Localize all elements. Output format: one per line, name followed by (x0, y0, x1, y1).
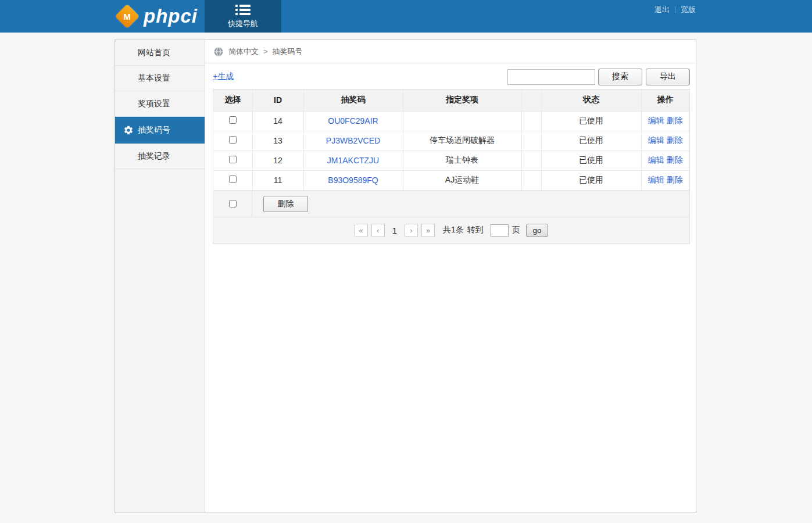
row-prize: AJ运动鞋 (403, 170, 521, 190)
col-header-actions: 操作 (641, 89, 689, 111)
code-link[interactable]: OU0FC29AIR (328, 116, 378, 126)
row-status: 已使用 (541, 111, 641, 131)
last-page-button[interactable]: » (421, 224, 435, 237)
pagination: « ‹ 1 › » 共1条 转到 页 go (213, 217, 689, 243)
row-checkbox[interactable] (229, 156, 237, 163)
row-prize: 停车场道闸破解器 (403, 131, 521, 151)
logo-m-icon: M (115, 4, 139, 28)
current-page: 1 (392, 225, 397, 235)
edit-link[interactable]: 编辑 (648, 135, 664, 145)
content-area: 简体中文 > 抽奖码号 +生成 搜索 导出 选择 ID 抽奖码 (205, 40, 697, 513)
row-status: 已使用 (541, 151, 641, 170)
quick-nav-tab[interactable]: 快捷导航 (205, 0, 281, 33)
bulk-actions-row: 删除 (213, 191, 689, 217)
col-header-status: 状态 (541, 89, 641, 111)
row-empty-cell (521, 170, 541, 190)
sidebar-item-lottery-records[interactable]: 抽奖记录 (115, 144, 205, 169)
goto-text: 转到 (467, 225, 484, 235)
sidebar-item-label: 网站首页 (138, 48, 170, 58)
generate-link[interactable]: +生成 (213, 71, 234, 82)
row-status: 已使用 (541, 131, 641, 151)
prev-page-button[interactable]: ‹ (371, 224, 385, 237)
table-row: 12 JM1AKCTZJU 瑞士钟表 已使用 编辑删除 (213, 151, 689, 170)
total-count-text: 共1条 (443, 225, 464, 235)
first-page-button[interactable]: « (355, 224, 368, 237)
row-prize: 瑞士钟表 (403, 151, 521, 170)
breadcrumb: 简体中文 > 抽奖码号 (205, 40, 697, 63)
delete-link[interactable]: 删除 (667, 155, 683, 164)
edit-link[interactable]: 编辑 (648, 155, 664, 164)
sidebar-item-label: 奖项设置 (138, 99, 170, 109)
breadcrumb-page: 抽奖码号 (273, 46, 303, 57)
page-unit-text: 页 (512, 225, 520, 235)
logo: M phpci (119, 0, 198, 33)
select-all-checkbox[interactable] (229, 200, 237, 207)
logo-m-letter: M (124, 12, 131, 22)
sidebar-item-prize-settings[interactable]: 奖项设置 (115, 91, 205, 117)
sidebar-item-basic-settings[interactable]: 基本设置 (115, 66, 205, 91)
col-header-code: 抽奖码 (303, 89, 403, 111)
breadcrumb-lang: 简体中文 (228, 46, 259, 57)
table-row: 11 B93O9589FQ AJ运动鞋 已使用 编辑删除 (213, 170, 689, 190)
code-link[interactable]: B93O9589FQ (328, 175, 378, 185)
go-button[interactable]: go (526, 224, 548, 237)
row-empty-cell (521, 151, 541, 170)
row-checkbox[interactable] (229, 136, 237, 144)
row-id: 12 (252, 151, 303, 170)
page-number-input[interactable] (491, 224, 509, 237)
col-header-empty (521, 89, 541, 111)
search-input[interactable] (507, 69, 595, 85)
edit-link[interactable]: 编辑 (648, 175, 664, 184)
table-row: 14 OU0FC29AIR 已使用 编辑删除 (213, 111, 689, 131)
top-bar: M phpci 快捷导航 退出 宽版 (0, 0, 812, 33)
row-empty-cell (521, 131, 541, 151)
export-button[interactable]: 导出 (646, 69, 690, 85)
wide-version-link[interactable]: 宽版 (681, 5, 696, 15)
top-links-divider (675, 6, 675, 13)
row-id: 14 (252, 111, 303, 131)
delete-link[interactable]: 删除 (667, 175, 683, 184)
toolbar: +生成 搜索 导出 (213, 68, 690, 85)
main-container: 网站首页 基本设置 奖项设置 抽奖码号 抽奖记录 简体中文 > 抽 (115, 40, 696, 513)
bulk-delete-button[interactable]: 删除 (263, 196, 308, 212)
sidebar-item-label: 抽奖码号 (138, 125, 170, 135)
sidebar: 网站首页 基本设置 奖项设置 抽奖码号 抽奖记录 (115, 40, 205, 513)
lottery-code-table: 选择 ID 抽奖码 指定奖项 状态 操作 14 OU0FC29AIR (213, 89, 689, 191)
edit-link[interactable]: 编辑 (648, 116, 664, 125)
row-checkbox[interactable] (229, 116, 237, 124)
list-icon (235, 4, 251, 16)
row-checkbox[interactable] (229, 175, 237, 183)
sidebar-item-home[interactable]: 网站首页 (115, 40, 205, 66)
row-id: 11 (252, 170, 303, 190)
next-page-button[interactable]: › (405, 224, 418, 237)
quick-nav-label: 快捷导航 (228, 19, 258, 29)
col-header-prize: 指定奖项 (403, 89, 521, 111)
bulk-actions-cell: 删除 (252, 191, 689, 217)
lottery-code-table-block: 选择 ID 抽奖码 指定奖项 状态 操作 14 OU0FC29AIR (213, 89, 690, 244)
logout-link[interactable]: 退出 (654, 5, 670, 15)
row-empty-cell (521, 111, 541, 131)
globe-icon (213, 46, 224, 57)
table-header-row: 选择 ID 抽奖码 指定奖项 状态 操作 (213, 89, 689, 111)
delete-link[interactable]: 删除 (667, 135, 683, 145)
row-id: 13 (252, 131, 303, 151)
col-header-select: 选择 (213, 89, 252, 111)
row-prize (403, 111, 521, 131)
logo-text: phpci (141, 5, 198, 27)
search-button[interactable]: 搜索 (598, 69, 642, 85)
table-row: 13 PJ3WB2VCED 停车场道闸破解器 已使用 编辑删除 (213, 131, 689, 151)
col-header-id: ID (252, 89, 303, 111)
sidebar-item-label: 基本设置 (138, 73, 170, 84)
breadcrumb-separator: > (263, 47, 268, 56)
code-link[interactable]: PJ3WB2VCED (326, 136, 380, 145)
bulk-check-cell (213, 191, 252, 217)
top-links: 退出 宽版 (654, 5, 696, 15)
code-link[interactable]: JM1AKCTZJU (327, 156, 379, 165)
sidebar-item-lottery-codes[interactable]: 抽奖码号 (115, 117, 205, 144)
sidebar-item-label: 抽奖记录 (138, 151, 170, 162)
row-status: 已使用 (541, 170, 641, 190)
delete-link[interactable]: 删除 (667, 116, 683, 125)
gear-icon (123, 125, 134, 135)
